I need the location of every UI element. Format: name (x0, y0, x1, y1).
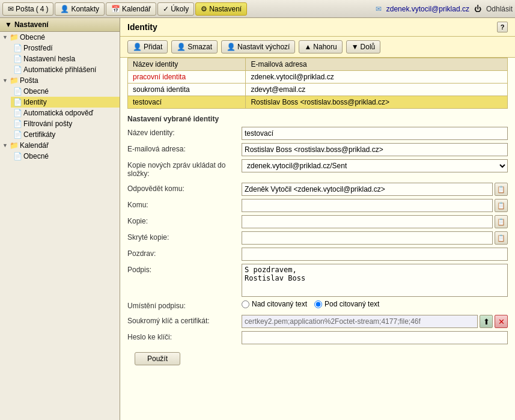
toolbar-btn-ukoly[interactable]: ✓ Úkoly (157, 2, 194, 16)
default-icon: 👤 (227, 43, 236, 51)
upload-cert-button[interactable]: ⬆ (480, 315, 493, 328)
form-row-umisteni: Umístění podpisu: Nad citovaný text Pod … (127, 300, 508, 312)
delete-cert-button[interactable]: ✕ (495, 315, 508, 328)
form-row-komu: Komu: 📋 (127, 199, 508, 212)
input-cert (242, 315, 478, 328)
sidebar-item-obecne-posta[interactable]: 📄 Obecné (11, 86, 120, 97)
apply-button[interactable]: Použít (135, 352, 180, 365)
field-cert: ⬆ ✕ (242, 315, 508, 328)
identity-email-1: zdenek.vytocil@priklad.cz (246, 71, 508, 84)
doc-icon: 📄 (13, 130, 22, 139)
dolu-button[interactable]: ▼ Dolů (346, 40, 381, 53)
tree-group-obecne-top: ▼ 📁 Obecné 📄 Prostředí 📄 Nastavení hesla… (0, 32, 120, 75)
sidebar-item-obecne-kalendar[interactable]: 📄 Obecné (11, 151, 120, 162)
browse-komu-button[interactable]: 📋 (495, 199, 508, 212)
page-title: Identity (127, 22, 157, 32)
field-umisteni: Nad citovaný text Pod citovaný text (242, 300, 508, 308)
nahoru-button[interactable]: ▲ Nahoru (299, 40, 342, 53)
expand-posta-icon: ▼ (2, 78, 8, 84)
expand-kalendar-icon: ▼ (2, 142, 8, 148)
sidebar-header[interactable]: ▼ Nastavení (0, 18, 120, 32)
label-nazev: Název identity: (127, 127, 242, 139)
sidebar-item-filtrovani-posty[interactable]: 📄 Filtrování pošty (11, 118, 120, 129)
nastavit-vychozi-button[interactable]: 👤 Nastavit výchozí (221, 40, 295, 53)
toolbar: ✉ Pošta (4) 👤 Kontakty 📅 Kalendář ✓ Úkol… (0, 0, 515, 18)
folder-icon: 📁 (10, 141, 19, 150)
folder-icon: 📁 (10, 76, 19, 85)
identity-email-2: zdevyt@email.cz (246, 84, 508, 96)
input-pozdrav[interactable] (242, 248, 508, 261)
field-podpis: S pozdravem, Rostislav Boss (242, 264, 508, 297)
field-kopie: 📋 (242, 215, 508, 228)
input-nazev-identity[interactable] (242, 127, 508, 140)
radio-label-pod[interactable]: Pod citovaný text (314, 300, 379, 308)
sidebar-item-prostredi[interactable]: 📄 Prostředí (11, 43, 120, 53)
field-heslo (242, 331, 508, 344)
user-email[interactable]: zdenek.vytocil@priklad.cz (386, 5, 469, 13)
toolbar-btn-posta[interactable]: ✉ Pošta (4) (2, 2, 53, 16)
select-kopie-slozky[interactable]: zdenek.vytocil@priklad.cz/Sent (242, 159, 508, 172)
doc-icon: 📄 (13, 120, 22, 128)
toolbar-btn-nastaveni[interactable]: ⚙ Nastavení (195, 2, 247, 16)
tree-group-label-posta: Pošta (20, 76, 38, 85)
add-icon: 👤 (133, 43, 142, 51)
input-kopie[interactable] (242, 215, 493, 228)
input-emailova-adresa[interactable] (242, 143, 508, 156)
form-row-email: E-mailová adresa: (127, 143, 508, 156)
input-odpovedet-komu[interactable] (242, 183, 493, 196)
sidebar-item-automaticka-odpoved[interactable]: 📄 Automatická odpověď (11, 108, 120, 118)
radio-group-umisteni: Nad citovaný text Pod citovaný text (242, 300, 379, 308)
field-nazev (242, 127, 508, 140)
tree-group-kalendar: ▼ 📁 Kalendář 📄 Obecné (0, 140, 120, 162)
label-skryte-kopie: Skryté kopie: (127, 231, 242, 243)
textarea-podpis[interactable]: S pozdravem, Rostislav Boss (242, 264, 508, 297)
identity-table-section: Název identity E-mailová adresa pracovní… (120, 58, 515, 111)
sidebar-item-identity[interactable]: 📄 Identity (11, 97, 120, 108)
contacts-icon: 👤 (60, 5, 69, 13)
label-kopie-slozky: Kopie nových zpráv ukládat do složky: (127, 159, 242, 180)
table-row[interactable]: testovací Rostislav Boss <rostislav.boss… (128, 96, 508, 109)
field-email (242, 143, 508, 156)
delete-icon: 👤 (177, 43, 186, 51)
radio-pod[interactable] (314, 300, 322, 308)
toolbar-btn-kontakty[interactable]: 👤 Kontakty (55, 2, 105, 16)
tree-children-kalendar: 📄 Obecné (0, 151, 120, 162)
browse-skryte-kopie-button[interactable]: 📋 (495, 231, 508, 245)
toolbar-btn-kalendar[interactable]: 📅 Kalendář (106, 2, 156, 16)
table-row[interactable]: pracovní identita zdenek.vytocil@priklad… (128, 71, 508, 84)
smazat-button[interactable]: 👤 Smazat (171, 40, 218, 53)
doc-icon: 📄 (13, 55, 22, 63)
settings-section: Nastavení vybrané identity Název identit… (120, 111, 515, 370)
label-podpis: Podpis: (127, 264, 242, 276)
user-email-icon: ✉ (376, 5, 382, 13)
tree-group-header-obecne-top[interactable]: ▼ 📁 Obecné (0, 32, 120, 43)
sidebar-item-nastaveni-hesla[interactable]: 📄 Nastavení hesla (11, 53, 120, 64)
radio-nad[interactable] (242, 300, 249, 308)
identity-name-2: soukromá identita (128, 84, 246, 96)
down-icon: ▼ (352, 43, 359, 51)
sidebar-item-automaticke-prihlaseni[interactable]: 📄 Automatické přihlášení (11, 64, 120, 75)
form-row-kopie-slozky: Kopie nových zpráv ukládat do složky: zd… (127, 159, 508, 180)
doc-icon: 📄 (13, 98, 22, 106)
sidebar-item-certifikaty[interactable]: 📄 Certifikáty (11, 129, 120, 140)
sidebar: ▼ Nastavení ▼ 📁 Obecné 📄 Prostředí 📄 Nas… (0, 18, 120, 420)
tree-group-header-posta[interactable]: ▼ 📁 Pošta (0, 75, 120, 86)
input-komu[interactable] (242, 199, 493, 212)
tree-group-header-kalendar[interactable]: ▼ 📁 Kalendář (0, 140, 120, 151)
identity-table: Název identity E-mailová adresa pracovní… (127, 58, 508, 109)
radio-label-nad[interactable]: Nad citovaný text (242, 300, 307, 308)
identity-email-3: Rostislav Boss <rostislav.boss@priklad.c… (246, 96, 508, 109)
browse-kopie-button[interactable]: 📋 (495, 215, 508, 228)
pridat-button[interactable]: 👤 Přidat (127, 40, 168, 53)
toolbar-right: ✉ zdenek.vytocil@priklad.cz ⏻ Odhlásit (376, 5, 513, 13)
browse-odpovedet-button[interactable]: 📋 (495, 183, 508, 196)
form-row-nazev: Název identity: (127, 127, 508, 140)
logout-button[interactable]: Odhlásit (486, 5, 513, 13)
input-skryte-kopie[interactable] (242, 231, 493, 245)
table-row[interactable]: soukromá identita zdevyt@email.cz (128, 84, 508, 96)
field-pozdrav (242, 248, 508, 261)
input-heslo[interactable] (242, 331, 508, 344)
label-kopie: Kopie: (127, 215, 242, 227)
help-button[interactable]: ? (497, 22, 508, 32)
up-icon: ▲ (304, 43, 311, 51)
